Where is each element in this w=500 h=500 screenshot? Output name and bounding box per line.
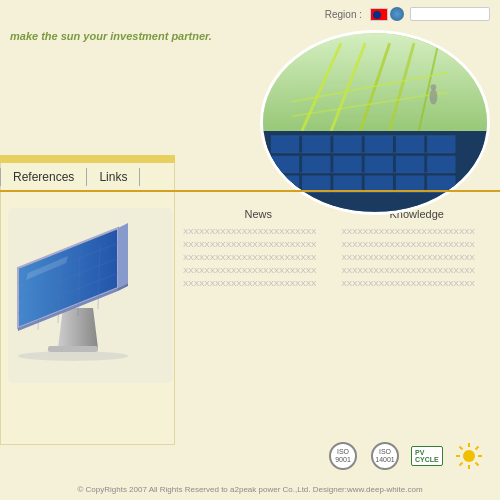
svg-point-8: [430, 89, 438, 105]
solar-panel-product-image: [8, 208, 173, 383]
svg-marker-44: [118, 223, 128, 288]
svg-rect-15: [396, 136, 424, 153]
flag-globe-icon[interactable]: [390, 7, 404, 21]
iso-14001-circle: ISO14001: [371, 442, 399, 470]
right-content: News XXXXXXXXXXXXXXXXXXXXXXXXX XXXXXXXXX…: [173, 208, 492, 383]
main-content: News XXXXXXXXXXXXXXXXXXXXXXXXX XXXXXXXXX…: [0, 200, 500, 383]
news-section: News XXXXXXXXXXXXXXXXXXXXXXXXX XXXXXXXXX…: [183, 208, 334, 290]
svg-rect-16: [427, 136, 455, 153]
iso-9001-badge: ISO9001: [327, 440, 359, 472]
svg-line-54: [460, 447, 463, 450]
news-knowledge-row: News XXXXXXXXXXXXXXXXXXXXXXXXX XXXXXXXXX…: [183, 208, 492, 290]
news-line-4: XXXXXXXXXXXXXXXXXXXXXXXXX: [183, 265, 334, 278]
knowledge-line-3: XXXXXXXXXXXXXXXXXXXXXXXXX: [342, 252, 493, 265]
footer-copyright: © CopyRights 2007 All Rights Reserved to…: [0, 485, 500, 494]
nav-references[interactable]: References: [0, 168, 87, 186]
svg-point-49: [463, 450, 475, 462]
knowledge-section: Knowledge XXXXXXXXXXXXXXXXXXXXXXXXX XXXX…: [342, 208, 493, 290]
building-image-top: [263, 33, 487, 131]
iso-9001-circle: ISO9001: [329, 442, 357, 470]
product-panel: [8, 208, 173, 383]
nav-links[interactable]: Links: [87, 168, 140, 186]
news-line-3: XXXXXXXXXXXXXXXXXXXXXXXXX: [183, 252, 334, 265]
svg-rect-14: [365, 136, 393, 153]
knowledge-line-4: XXXXXXXXXXXXXXXXXXXXXXXXX: [342, 265, 493, 278]
region-label: Region :: [325, 9, 362, 20]
svg-point-33: [18, 351, 128, 361]
svg-rect-13: [333, 136, 361, 153]
header: Region :: [0, 0, 500, 28]
svg-line-57: [460, 463, 463, 466]
flag-taiwan-icon[interactable]: [370, 8, 388, 21]
news-line-2: XXXXXXXXXXXXXXXXXXXXXXXXX: [183, 239, 334, 252]
news-line-5: XXXXXXXXXXXXXXXXXXXXXXXXX: [183, 278, 334, 291]
nav-bar: References Links: [0, 164, 500, 192]
svg-line-56: [476, 447, 479, 450]
svg-point-9: [431, 84, 437, 90]
knowledge-line-2: XXXXXXXXXXXXXXXXXXXXXXXXX: [342, 239, 493, 252]
iso-14001-badge: ISO14001: [369, 440, 401, 472]
svg-rect-11: [271, 136, 299, 153]
news-line-1: XXXXXXXXXXXXXXXXXXXXXXXXX: [183, 226, 334, 239]
pv-cycle-badge: PV CYCLE: [411, 440, 443, 472]
search-input[interactable]: [410, 7, 490, 21]
yellow-accent-strip: [0, 155, 175, 163]
pv-cycle-label: PV CYCLE: [411, 446, 443, 466]
knowledge-line-1: XXXXXXXXXXXXXXXXXXXXXXXXX: [342, 226, 493, 239]
sunburst-badge: [453, 440, 485, 472]
knowledge-line-5: XXXXXXXXXXXXXXXXXXXXXXXXX: [342, 278, 493, 291]
svg-rect-12: [302, 136, 330, 153]
svg-line-55: [476, 463, 479, 466]
svg-rect-48: [48, 346, 98, 352]
